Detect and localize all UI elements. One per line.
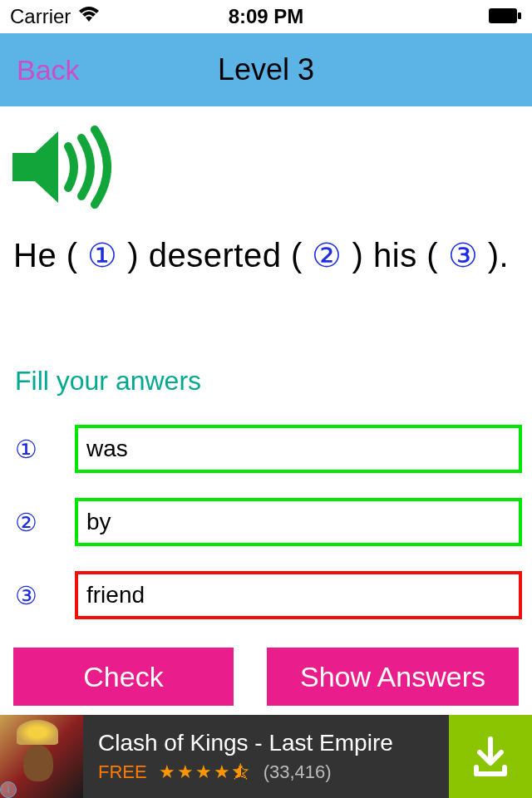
answer-input-1[interactable] xyxy=(75,425,522,473)
q-part: He ( xyxy=(13,237,87,273)
ad-free-label: FREE xyxy=(98,761,147,783)
q-part: ) his ( xyxy=(342,237,448,273)
question-text: He ( ① ) deserted ( ② ) his ( ③ ). xyxy=(0,216,532,279)
check-button[interactable]: Check xyxy=(13,648,234,706)
answer-num-1: ① xyxy=(15,435,50,464)
answer-row: ③ xyxy=(15,571,522,619)
ad-sub: FREE ★★★★⯪ (33,416) xyxy=(98,761,449,783)
blank-marker-1: ① xyxy=(87,237,118,273)
q-part: ) deserted ( xyxy=(118,237,313,273)
answer-row: ② xyxy=(15,498,522,546)
answer-input-3[interactable] xyxy=(75,571,522,619)
page-title: Level 3 xyxy=(218,52,314,87)
download-icon xyxy=(470,736,511,777)
status-bar: Carrier 8:09 PM xyxy=(0,0,532,33)
svg-rect-1 xyxy=(518,12,521,19)
ad-title: Clash of Kings - Last Empire xyxy=(98,730,449,756)
svg-rect-0 xyxy=(489,8,517,23)
back-button[interactable]: Back xyxy=(0,54,80,86)
answer-num-2: ② xyxy=(15,508,50,537)
wifi-icon xyxy=(77,5,101,28)
battery-icon xyxy=(489,5,522,28)
answers-title: Fill your anwers xyxy=(15,366,522,397)
answer-row: ① xyxy=(15,425,522,473)
ad-info-icon[interactable]: i xyxy=(0,781,17,798)
ad-stars: ★★★★⯪ xyxy=(159,761,252,783)
carrier-label: Carrier xyxy=(10,5,71,28)
audio-area xyxy=(0,106,532,216)
status-time: 8:09 PM xyxy=(229,5,304,28)
answers-section: Fill your anwers ① ② ③ xyxy=(0,279,532,619)
q-part: ). xyxy=(478,237,509,273)
show-answers-button[interactable]: Show Answers xyxy=(267,648,519,706)
nav-bar: Back Level 3 xyxy=(0,33,532,106)
ad-download-button[interactable] xyxy=(449,715,532,798)
ad-banner[interactable]: Clash of Kings - Last Empire FREE ★★★★⯪ … xyxy=(0,715,532,798)
ad-rating-count: (33,416) xyxy=(264,761,332,783)
speaker-icon[interactable] xyxy=(8,201,116,215)
ad-info: Clash of Kings - Last Empire FREE ★★★★⯪ … xyxy=(83,730,449,783)
button-row: Check Show Answers xyxy=(0,644,532,706)
status-right xyxy=(489,5,522,28)
status-left: Carrier xyxy=(10,5,101,28)
blank-marker-2: ② xyxy=(312,237,342,273)
blank-marker-3: ③ xyxy=(448,237,479,273)
answer-input-2[interactable] xyxy=(75,498,522,546)
answer-num-3: ③ xyxy=(15,581,50,610)
